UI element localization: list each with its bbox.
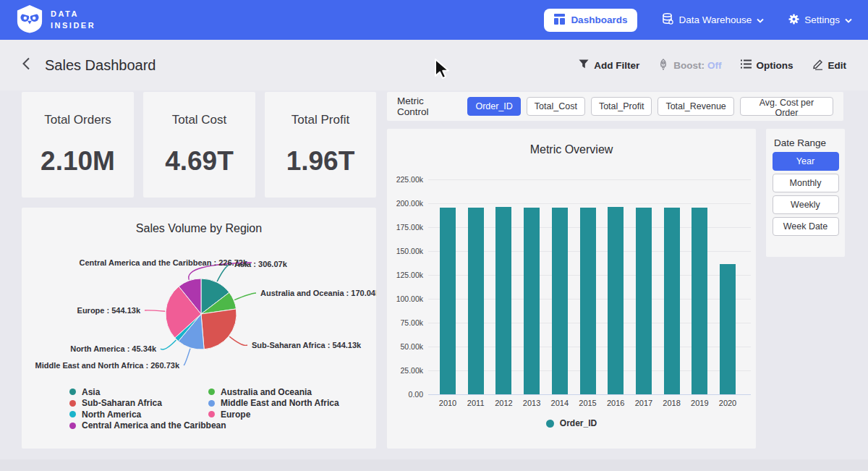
boost-toggle[interactable]: Boost: Off — [658, 59, 721, 72]
legend-label: Order_ID — [560, 418, 597, 428]
kpi-card-total-profit: Total Profit 1.96T — [265, 92, 376, 198]
y-tick-label: 200.00k — [396, 199, 423, 208]
legend-dot — [208, 389, 215, 395]
pie-legend-item-asia[interactable]: Asia — [69, 386, 226, 398]
x-tick-label: 2013 — [523, 399, 540, 407]
nav-settings[interactable]: Settings — [788, 14, 852, 27]
legend-dot — [69, 400, 76, 407]
pie-label-leader-line — [184, 349, 190, 365]
bar-2010[interactable] — [440, 208, 456, 394]
add-filter-button[interactable]: Add Filter — [579, 59, 639, 71]
bar-2013[interactable] — [524, 208, 540, 394]
legend-label: Central America and the Caribbean — [82, 420, 226, 430]
sales-volume-pie-panel: Sales Volume by Region Asia : 306.07kAus… — [22, 208, 376, 449]
bar-2015[interactable] — [580, 208, 596, 394]
kpi-value: 1.96T — [286, 146, 355, 177]
kpi-card-total-orders: Total Orders 2.10M — [22, 92, 134, 198]
metric-option-order-id[interactable]: Order_ID — [467, 97, 520, 116]
legend-dot — [208, 400, 215, 407]
pie-legend-item-australia-and-oceania[interactable]: Australia and Oceania — [208, 386, 339, 398]
pie-legend-item-middle-east-and-north-africa[interactable]: Middle East and North Africa — [208, 398, 339, 410]
page-title: Sales Dashboard — [45, 57, 156, 74]
pie-legend-item-sub-saharan-africa[interactable]: Sub-Saharan Africa — [69, 398, 226, 410]
app-root: DATA INSIDER Dashboards — [0, 0, 868, 471]
owl-logo-icon — [16, 4, 43, 36]
bar-2018[interactable] — [664, 208, 680, 394]
options-button[interactable]: Options — [741, 59, 793, 71]
bar-2017[interactable] — [636, 208, 652, 394]
y-tick-label: 100.00k — [396, 294, 423, 303]
filter-funnel-icon — [579, 59, 589, 71]
metric-overview-chart-panel: Metric Overview 0.0025.00k50.00k75.00k10… — [387, 129, 756, 449]
pie-slice-label: North America : 45.34k — [70, 344, 157, 353]
y-tick-label: 0.00 — [409, 390, 423, 399]
pie-legend-item-europe[interactable]: Europe — [208, 409, 339, 420]
brand-logo[interactable]: DATA INSIDER — [16, 4, 95, 36]
chevron-down-icon — [757, 14, 764, 25]
bar-chart-plot-area — [428, 179, 751, 394]
nav-dashboards-button[interactable]: Dashboards — [544, 9, 637, 32]
back-button[interactable] — [22, 57, 30, 73]
x-tick-label: 2011 — [467, 399, 485, 407]
y-tick-label: 175.00k — [396, 223, 423, 232]
bar-chart-x-axis: 2010201120122013201420152016201720182019… — [428, 399, 751, 410]
x-tick-label: 2017 — [635, 399, 652, 407]
gear-icon — [788, 14, 799, 27]
pie-slice-sub-saharan-africa[interactable] — [201, 309, 237, 349]
metric-option-avg-cost-per-order[interactable]: Avg. Cost per Order — [740, 97, 833, 116]
bar-chart-y-axis: 0.0025.00k50.00k75.00k100.00k125.00k150.… — [391, 179, 423, 394]
date-range-option-weekly[interactable]: Weekly — [773, 195, 839, 214]
bar-2012[interactable] — [495, 207, 511, 394]
bar-chart-legend: Order_ID — [387, 418, 756, 428]
x-tick-label: 2015 — [579, 399, 596, 407]
kpi-value: 2.10M — [41, 146, 115, 177]
boost-rocket-icon — [658, 59, 668, 72]
metric-option-total-revenue[interactable]: Total_Revenue — [658, 97, 733, 116]
pie-legend-item-north-america[interactable]: North America — [69, 409, 226, 420]
date-range-option-monthly[interactable]: Monthly — [773, 174, 839, 192]
brand-name: DATA INSIDER — [51, 9, 95, 32]
bar-2020[interactable] — [720, 264, 736, 394]
bar-2011[interactable] — [468, 208, 484, 394]
pie-legend-item-central-america-and-the-caribbean[interactable]: Central America and the Caribbean — [69, 420, 226, 432]
boost-status-value: Off — [707, 60, 722, 71]
x-tick-label: 2018 — [663, 399, 680, 407]
kpi-label: Total Orders — [44, 113, 111, 127]
y-tick-label: 50.00k — [400, 342, 423, 351]
kpi-value: 4.69T — [165, 146, 234, 177]
date-range-options: YearMonthlyWeeklyWeek Date — [766, 152, 845, 239]
options-list-icon — [741, 59, 752, 71]
date-range-option-week-date[interactable]: Week Date — [773, 217, 839, 236]
bar-2019[interactable] — [692, 208, 707, 394]
x-tick-label: 2016 — [607, 399, 624, 407]
metric-option-total-profit[interactable]: Total_Profit — [591, 97, 652, 116]
date-range-option-year[interactable]: Year — [773, 152, 839, 171]
legend-dot — [69, 411, 76, 417]
bar-2016[interactable] — [608, 207, 624, 394]
metric-control-bar: Metric Control Order_IDTotal_CostTotal_P… — [387, 92, 843, 121]
pie-slice-label: Australia and Oceania : 170.04k — [260, 289, 376, 297]
date-range-label: Date Range — [774, 137, 826, 148]
legend-dot — [208, 411, 215, 417]
y-tick-label: 25.00k — [400, 366, 423, 375]
pie-label-leader-line — [229, 336, 247, 345]
kpi-label: Total Cost — [172, 113, 227, 127]
chevron-down-icon — [845, 14, 852, 25]
edit-button[interactable]: Edit — [812, 59, 847, 72]
pie-legend-column-1: AsiaSub-Saharan AfricaNorth AmericaCentr… — [69, 386, 226, 431]
legend-label: Asia — [82, 387, 100, 397]
y-tick-label: 225.00k — [396, 175, 423, 184]
legend-dot — [69, 389, 76, 395]
x-tick-label: 2014 — [551, 399, 569, 407]
top-navbar: DATA INSIDER Dashboards — [0, 0, 868, 40]
gridline — [428, 203, 751, 204]
metric-option-total-cost[interactable]: Total_Cost — [527, 97, 585, 116]
date-range-panel: Date Range YearMonthlyWeeklyWeek Date — [766, 129, 845, 257]
nav-data-warehouse[interactable]: Data Warehouse — [662, 13, 764, 27]
pie-slice-label: Central America and the Caribbean : 226.… — [79, 258, 247, 267]
legend-dot — [546, 420, 554, 428]
bar-2014[interactable] — [552, 208, 568, 394]
database-icon — [662, 13, 673, 27]
edit-pencil-icon — [812, 59, 823, 72]
gridline — [428, 179, 751, 180]
